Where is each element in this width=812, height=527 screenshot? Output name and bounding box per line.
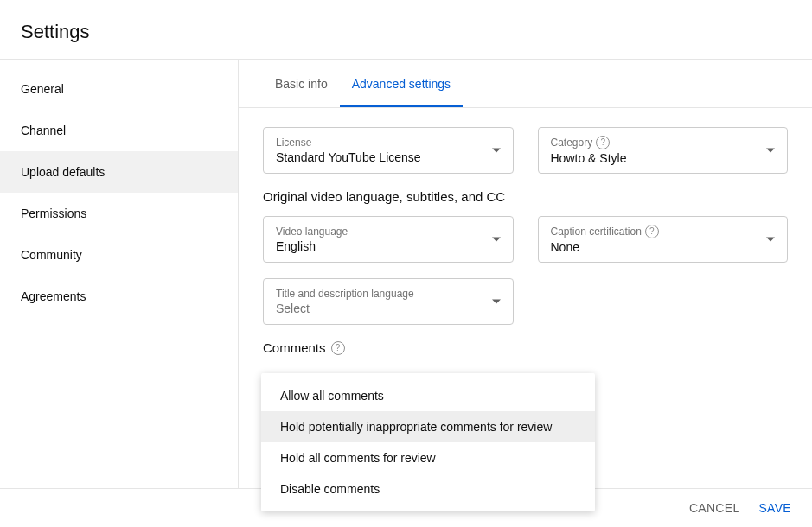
chevron-down-icon <box>492 149 501 153</box>
header: Settings <box>0 0 812 60</box>
tab-advanced-settings[interactable]: Advanced settings <box>340 60 463 107</box>
category-label: Category ? <box>551 136 777 149</box>
sidebar-item-community[interactable]: Community <box>0 234 238 276</box>
chevron-down-icon <box>492 300 501 304</box>
license-label: License <box>276 137 502 149</box>
tab-basic-info[interactable]: Basic info <box>263 60 340 107</box>
title-desc-language-field[interactable]: Title and description language Select <box>263 278 514 325</box>
caption-certification-field[interactable]: Caption certification ? None <box>538 216 789 263</box>
chevron-down-icon <box>492 238 501 242</box>
caption-certification-label: Caption certification ? <box>551 225 777 238</box>
comments-option-hold-inappropriate[interactable]: Hold potentially inappropriate comments … <box>261 411 595 442</box>
chevron-down-icon <box>766 238 775 242</box>
sidebar-item-channel[interactable]: Channel <box>0 110 238 151</box>
sidebar-item-upload-defaults[interactable]: Upload defaults <box>0 151 238 193</box>
sidebar-item-agreements[interactable]: Agreements <box>0 276 238 317</box>
tabs: Basic info Advanced settings <box>239 60 812 108</box>
video-language-field[interactable]: Video language English <box>263 216 514 263</box>
license-field[interactable]: License Standard YouTube License <box>263 127 514 174</box>
row-license-category: License Standard YouTube License Categor… <box>263 127 788 174</box>
comments-option-disable[interactable]: Disable comments <box>261 473 595 505</box>
help-icon[interactable]: ? <box>596 136 610 149</box>
page-title: Settings <box>21 21 812 43</box>
row-language-caption: Video language English Caption certifica… <box>263 216 788 263</box>
help-icon[interactable]: ? <box>645 225 659 238</box>
video-language-label: Video language <box>276 225 502 238</box>
section-comments: Comments ? <box>263 340 788 355</box>
license-value: Standard YouTube License <box>276 150 502 164</box>
title-desc-language-label: Title and description language <box>276 288 502 300</box>
category-field[interactable]: Category ? Howto & Style <box>538 127 789 174</box>
category-value: Howto & Style <box>551 151 777 165</box>
sidebar: General Channel Upload defaults Permissi… <box>0 60 239 527</box>
row-title-desc-lang: Title and description language Select <box>263 278 788 325</box>
comments-option-allow-all[interactable]: Allow all comments <box>261 380 595 411</box>
sidebar-item-permissions[interactable]: Permissions <box>0 193 238 234</box>
comments-option-hold-all[interactable]: Hold all comments for review <box>261 442 595 473</box>
comments-dropdown: Allow all comments Hold potentially inap… <box>261 373 595 511</box>
save-button[interactable]: SAVE <box>758 501 791 515</box>
caption-certification-value: None <box>551 240 777 254</box>
title-desc-language-value: Select <box>276 302 502 315</box>
section-language: Original video language, subtitles, and … <box>263 189 788 204</box>
chevron-down-icon <box>766 149 775 153</box>
content: License Standard YouTube License Categor… <box>239 108 812 386</box>
video-language-value: English <box>276 239 502 253</box>
sidebar-item-general[interactable]: General <box>0 68 238 110</box>
cancel-button[interactable]: CANCEL <box>689 501 740 515</box>
help-icon[interactable]: ? <box>331 341 345 355</box>
